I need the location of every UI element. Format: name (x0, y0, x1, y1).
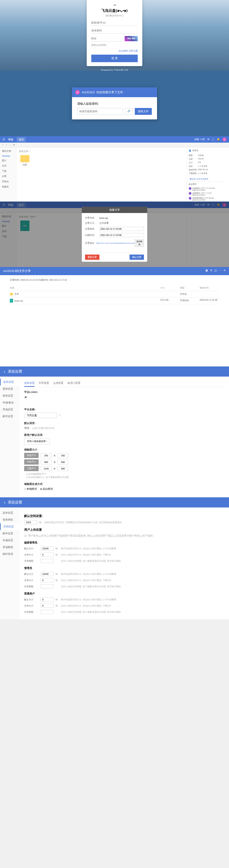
modal-val[interactable]: 公开分享 (99, 221, 144, 225)
size-input[interactable] (40, 466, 52, 471)
sidebar-item[interactable]: 图片 (1, 158, 15, 163)
forward-icon[interactable]: › (6, 144, 6, 146)
tab[interactable]: 共享设置 (39, 380, 49, 387)
size-input[interactable] (40, 453, 52, 458)
fullscreen-icon[interactable]: ⛶ (212, 138, 214, 141)
login-links[interactable]: 忘记密码 立即注册 (91, 50, 138, 53)
link-icon[interactable]: 🔗 (125, 108, 133, 115)
captcha-refresh[interactable]: 刷新(点击刷新) (91, 43, 138, 47)
sidebar-item[interactable]: 空间设置 (0, 523, 20, 530)
tab[interactable]: 会员门设置 (67, 380, 80, 387)
username-input[interactable] (91, 20, 138, 26)
password-input[interactable] (91, 28, 138, 34)
login-button[interactable]: 登 录 (91, 55, 138, 62)
sidebar-item[interactable]: 下载 (1, 168, 15, 174)
copy-button[interactable]: 复制链接 (134, 239, 144, 247)
apps-icon[interactable]: ⊞ (207, 138, 209, 141)
lang-select[interactable]: 简体 (24, 427, 29, 430)
rp-tab[interactable]: 最近的 讨论 历史版本 (189, 177, 209, 181)
sidebar-item[interactable]: 我的文档 (1, 149, 15, 154)
radio-remote[interactable]: ● 后台模式 (40, 487, 53, 491)
rp-val: /home/ (198, 158, 227, 161)
cfg-row: 文件类型允许上传的文件类型, 多个参数使用逗号分隔, 留空则不限制 (24, 559, 224, 563)
default-space-input[interactable] (24, 520, 37, 524)
user-avatar-icon[interactable]: Z (223, 137, 226, 141)
tab[interactable]: 基本设置 (24, 380, 35, 387)
captcha-image[interactable]: M6 B6 (125, 36, 138, 41)
tab[interactable]: 上传设置 (53, 380, 63, 387)
sidebar-item[interactable]: 更新设置 (0, 392, 20, 399)
back-icon[interactable]: ‹ (3, 144, 3, 146)
sidebar-item[interactable]: 收藏夹 (1, 184, 15, 189)
sidebar-item[interactable]: 插件管理 (0, 551, 20, 558)
sidebar-item[interactable]: 登录授权 (0, 516, 20, 523)
folder-label: 内容 (19, 163, 31, 166)
size-input[interactable] (57, 460, 68, 465)
size-input[interactable] (57, 453, 68, 458)
sidebar-item[interactable]: 基本设置 (0, 378, 20, 385)
cfg-row: 文件类型允许上传的文件类型, 多个参数使用逗号分隔, 留空则不限制 (24, 610, 224, 614)
sidebar-item[interactable]: 基本设置 (0, 509, 20, 516)
modal-link[interactable]: http://xxx.xxx/1.com/share/eb3rom/xxxxxx… (96, 242, 134, 244)
cfg-input[interactable] (40, 584, 54, 589)
sidebar-item[interactable]: 壁纸设置 (0, 385, 20, 392)
grid-icon[interactable]: ▦ (205, 269, 208, 273)
sidebar-item-desktop[interactable]: desktop (1, 154, 15, 158)
menu-icon[interactable]: ☰ (3, 138, 5, 141)
info-icon[interactable]: ⓘ (214, 269, 217, 273)
rp-val: 2020 03 13 (198, 168, 227, 172)
sidebar-item[interactable]: 其他数据 (0, 544, 20, 551)
up-icon[interactable]: ↑ (9, 144, 11, 146)
size-input[interactable] (40, 460, 52, 465)
modal-input[interactable] (99, 227, 144, 231)
cfg-input[interactable] (40, 603, 54, 608)
edit-icon[interactable]: ✎ (59, 414, 61, 416)
close-icon[interactable]: ✕ (223, 269, 226, 273)
field-label: 平台LOGO: (24, 390, 224, 394)
cfg-input[interactable] (40, 572, 54, 576)
delete-share-button[interactable]: 删除分享 (85, 254, 99, 260)
avatar-icon: Z (75, 90, 80, 95)
folder-item[interactable]: 内容 (19, 155, 31, 166)
file-area[interactable]: 所有文件 / 内容 (17, 147, 187, 202)
platform-name-input[interactable] (24, 412, 57, 418)
modal-overlay[interactable]: 创建分享 分享名称:test2.zip 分享方式:公开分享 分享密码: 到期时间… (0, 202, 229, 267)
sidebar-item[interactable]: 邮件设置 (0, 413, 20, 420)
tab-home[interactable]: 首页 (17, 137, 26, 142)
sidebar-item[interactable]: 分享 (1, 174, 15, 179)
sidebar-item[interactable]: 音乐 (1, 163, 15, 168)
cfg-input[interactable] (40, 547, 54, 551)
breadcrumb[interactable]: 所有文件 / (19, 150, 184, 153)
download-icon[interactable]: ⬇ (210, 269, 212, 273)
login-title: 飞鸟云盘(๑•ᴗ•๑) (91, 7, 138, 13)
rp-val: 0 B (198, 161, 227, 164)
notify-icon[interactable]: 🔔 (217, 138, 220, 141)
cfg-input[interactable] (40, 553, 54, 557)
sidebar-item[interactable]: 存储设置 (0, 537, 20, 544)
extract-button[interactable]: 提取文件 (135, 108, 152, 115)
share-password-input[interactable] (77, 108, 123, 115)
admin-content: 基本设置 共享设置 上传设置 会员门设置 平台LOGO: ☁ 平台名称: ✎ 默… (20, 377, 229, 497)
cfg-input[interactable] (40, 578, 54, 582)
sidebar-item[interactable]: 回收站 (1, 179, 15, 184)
default-dir-button[interactable]: 所有人角色都使用 › (24, 438, 50, 445)
more-icon[interactable]: ⋯ (219, 269, 222, 273)
back-icon[interactable]: ‹ (4, 500, 5, 505)
list-item[interactable]: test2.zip 33.5 KB 压缩(zip) 2020.03.13 16:… (10, 298, 219, 304)
sidebar-item[interactable]: 存储/备份 (0, 399, 20, 406)
cfg-input[interactable] (40, 559, 54, 563)
refresh-icon[interactable]: ⟳ (13, 144, 15, 146)
list-item[interactable]: 文件 文件夹 (10, 291, 219, 298)
modal-input[interactable] (99, 233, 144, 237)
sidebar-item[interactable]: 邮件设置 (0, 530, 20, 537)
cfg-input[interactable] (40, 610, 54, 614)
size-input[interactable] (57, 466, 68, 471)
sidebar-item[interactable]: 其他设置 (0, 406, 20, 413)
cfg-input[interactable] (40, 597, 54, 602)
help: 用户的最高空间大小, 单位M, 0 则不限制, 小于0 则禁用 (61, 598, 224, 601)
confirm-share-button[interactable]: 确认分享 (130, 254, 144, 260)
logo-preview[interactable]: ☁ (24, 395, 33, 404)
back-icon[interactable]: ‹ (4, 369, 5, 374)
radio-local[interactable]: ○ 本地模式 (24, 487, 37, 491)
captcha-input[interactable] (91, 36, 123, 41)
